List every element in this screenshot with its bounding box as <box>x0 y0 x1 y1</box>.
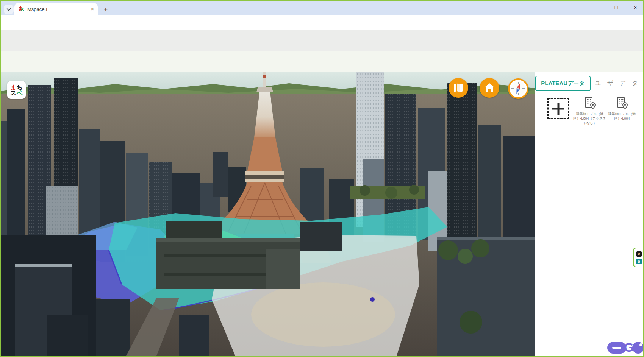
model-item-label: 建築物モデル（港区）-L004 <box>605 112 639 121</box>
map-zoom-out-button[interactable] <box>607 342 626 354</box>
new-tab-button[interactable]: + <box>101 5 111 14</box>
compass-icon <box>511 81 526 96</box>
home-view-button[interactable] <box>480 78 499 98</box>
model-item-label: 建築物モデル（港区）-L004（テクスチャなし） <box>573 112 606 125</box>
model-item-2[interactable]: 建築物モデル（港区）-L004 <box>605 97 639 121</box>
browser-toolbar: mspace.apptec.co.jp/jp/project?id=683201… <box>0 15 644 30</box>
add-model-button[interactable] <box>547 98 569 119</box>
edge-tool-widget[interactable]: × e <box>633 248 644 267</box>
map-rotate-knob[interactable] <box>632 342 644 354</box>
tab-search-button[interactable] <box>4 5 14 14</box>
browser-tab[interactable]: まス Mspace.E × <box>14 3 98 15</box>
minus-icon <box>612 347 621 349</box>
map-3d-viewport[interactable] <box>1 72 535 356</box>
browser-tab-strip: まス Mspace.E × + – □ × <box>0 0 644 15</box>
tab-user-data[interactable]: ユーザーデータ <box>591 76 641 91</box>
analysis-action-bar: 解析ケース共有 解析追加 日影解析 <box>0 51 644 72</box>
basemap-layers-button[interactable] <box>449 78 468 98</box>
machisupe-logo-badge[interactable]: まち スペ <box>7 81 26 99</box>
window-close-button[interactable]: × <box>627 0 644 15</box>
building-model-icon <box>616 97 628 109</box>
window-minimize-button[interactable]: – <box>588 0 605 15</box>
model-item-1[interactable]: 建築物モデル（港区）-L004（テクスチャなし） <box>573 97 606 125</box>
city-3d-scene <box>1 72 535 356</box>
machisupe-favicon: まス <box>18 6 24 12</box>
tab-title: Mspace.E <box>27 6 91 12</box>
plus-icon <box>552 102 565 115</box>
home-icon <box>484 83 495 93</box>
window-maximize-button[interactable]: □ <box>608 0 625 15</box>
tab-close-icon[interactable]: × <box>91 6 94 12</box>
knob-dot <box>639 343 642 346</box>
compass-button[interactable] <box>508 78 528 99</box>
chevron-down-icon <box>6 8 11 11</box>
map-icon <box>453 83 463 92</box>
building-model-icon <box>584 97 596 109</box>
edge-widget-close-icon[interactable]: × <box>636 251 642 257</box>
edge-widget-logo-icon[interactable]: e <box>636 259 642 264</box>
app-header: Σspace.E 平面日照 仕様確認1008 <box>0 30 644 51</box>
tab-plateau-data[interactable]: PLATEAUデータ <box>535 76 591 91</box>
